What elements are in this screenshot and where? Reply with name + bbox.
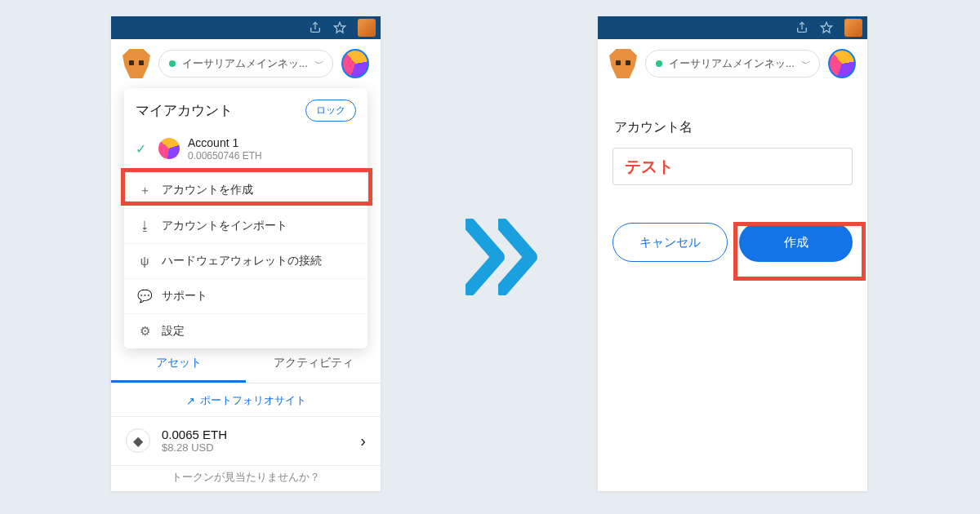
menu-item-settings[interactable]: 設定 (124, 313, 368, 348)
menu-item-label: 設定 (162, 324, 185, 339)
lock-button[interactable]: ロック (305, 100, 356, 122)
portfolio-link[interactable]: ↗ ポートフォリオサイト (111, 385, 381, 417)
eth-icon: ◆ (126, 428, 150, 453)
asset-info: 0.0065 ETH $8.28 USD (162, 428, 227, 454)
account-info: Account 1 0.00650746 ETH (188, 136, 262, 162)
portfolio-link-label: ポートフォリオサイト (200, 393, 306, 408)
chevron-down-icon: ﹀ (801, 57, 811, 71)
menu-item-label: アカウントをインポート (162, 219, 287, 233)
tab-assets[interactable]: アセット (111, 346, 246, 383)
tab-activity[interactable]: アクティビティ (246, 346, 381, 383)
network-selector[interactable]: イーサリアムメインネッ... ﹀ (645, 50, 820, 78)
wallet-header: イーサリアムメインネッ... ﹀ (598, 39, 867, 86)
menu-item-label: ハードウェアウォレットの接続 (162, 254, 322, 268)
account-name-input[interactable] (612, 148, 853, 185)
token-question: トークンが見当たりませんか？ (111, 470, 381, 485)
svg-marker-1 (821, 22, 831, 33)
account-avatar[interactable] (341, 49, 369, 78)
chevron-down-icon: ﹀ (314, 57, 324, 71)
extension-fox-icon[interactable] (844, 19, 862, 37)
browser-titlebar (111, 16, 381, 39)
download-icon: ⭳ (137, 219, 152, 233)
asset-fiat: $8.28 USD (162, 441, 227, 454)
network-status-dot (656, 60, 662, 67)
wallet-header: イーサリアムメインネッ... ﹀ (111, 39, 381, 86)
menu-item-import-account[interactable]: ⭳ アカウントをインポート (124, 208, 368, 243)
usb-icon: ψ (137, 254, 152, 268)
plus-icon: ＋ (137, 183, 152, 198)
arrow-icon (498, 219, 539, 295)
network-name: イーサリアムメインネッ... (182, 56, 308, 71)
check-icon: ✓ (136, 141, 150, 157)
asset-amount: 0.0065 ETH (162, 428, 227, 441)
extension-fox-icon[interactable] (358, 19, 376, 37)
menu-item-hardware-wallet[interactable]: ψ ハードウェアウォレットの接続 (124, 243, 368, 278)
account-menu-title: マイアカウント (136, 101, 233, 120)
cancel-button[interactable]: キャンセル (612, 223, 728, 262)
account-row[interactable]: ✓ Account 1 0.00650746 ETH (124, 130, 368, 172)
account-name: Account 1 (188, 136, 262, 150)
asset-row[interactable]: ◆ 0.0065 ETH $8.28 USD › (111, 416, 381, 466)
account-avatar[interactable] (828, 49, 856, 78)
account-menu-header: マイアカウント ロック (124, 88, 368, 130)
create-button[interactable]: 作成 (739, 223, 853, 262)
button-row: キャンセル 作成 (612, 223, 853, 262)
create-account-form: アカウント名 キャンセル 作成 (612, 95, 853, 262)
account-menu: マイアカウント ロック ✓ Account 1 0.00650746 ETH ＋… (124, 88, 368, 348)
star-icon[interactable] (333, 21, 346, 34)
network-selector[interactable]: イーサリアムメインネッ... ﹀ (158, 50, 333, 78)
account-avatar-small (158, 138, 180, 159)
gear-icon (137, 324, 152, 339)
star-icon[interactable] (820, 21, 833, 34)
menu-item-label: アカウントを作成 (162, 183, 253, 197)
account-balance: 0.00650746 ETH (188, 150, 262, 162)
menu-item-label: サポート (162, 289, 207, 304)
fox-logo-icon (609, 49, 637, 78)
chart-icon: ↗ (186, 395, 195, 407)
chat-icon: 💬 (137, 289, 152, 304)
flow-arrows (466, 219, 539, 295)
menu-item-support[interactable]: 💬 サポート (124, 278, 368, 313)
tab-bar: アセット アクティビティ (111, 346, 381, 383)
wallet-panel-create-account: イーサリアムメインネッ... ﹀ アカウント名 キャンセル 作成 (598, 16, 867, 491)
menu-item-create-account[interactable]: ＋ アカウントを作成 (124, 172, 368, 208)
browser-titlebar (598, 16, 867, 39)
share-icon[interactable] (795, 21, 808, 34)
network-name: イーサリアムメインネッ... (669, 56, 795, 71)
svg-marker-0 (334, 22, 345, 33)
chevron-right-icon: › (360, 432, 366, 450)
network-status-dot (169, 60, 176, 67)
fox-logo-icon (122, 49, 150, 78)
account-name-label: アカウント名 (614, 119, 853, 136)
wallet-panel-accounts: イーサリアムメインネッ... ﹀ マイアカウント ロック ✓ Account 1… (111, 16, 381, 491)
share-icon[interactable] (309, 21, 322, 34)
